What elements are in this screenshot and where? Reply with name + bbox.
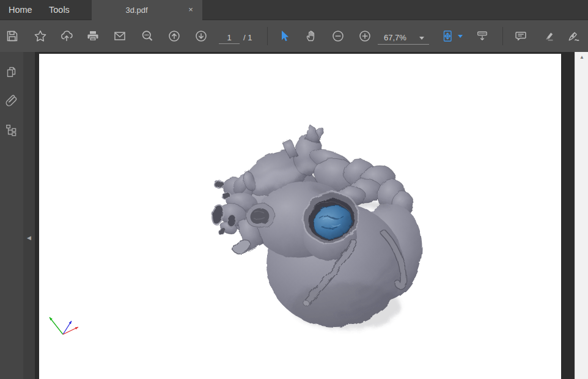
comment-icon[interactable] — [514, 29, 527, 43]
favorites-star-icon[interactable] — [34, 29, 47, 43]
z-axis-arrow — [69, 321, 72, 324]
heart-3d-model[interactable] — [205, 123, 423, 334]
fit-page-icon — [441, 29, 454, 43]
model-tree-icon[interactable] — [4, 123, 19, 138]
x-axis-arrow — [75, 327, 78, 329]
page-up-icon[interactable] — [167, 29, 181, 43]
chevron-down-icon — [419, 37, 424, 40]
fit-page-dropdown[interactable] — [441, 29, 464, 43]
toolbar-separator — [502, 27, 503, 45]
scroll-up-arrow-icon[interactable]: ▲ — [575, 54, 588, 60]
attachments-icon[interactable] — [4, 93, 19, 108]
pane-splitter[interactable]: ◀ — [23, 52, 35, 379]
search-zoom-icon[interactable] — [141, 29, 154, 43]
zoom-level-value: 67,7% — [384, 32, 406, 44]
pdf-page — [39, 54, 561, 379]
page-total-label: / 1 — [243, 32, 252, 44]
document-tab[interactable]: 3d.pdf × — [92, 0, 202, 21]
main-toolbar: / 1 67,7% — [0, 20, 588, 52]
chevron-down-icon — [458, 35, 463, 38]
tab-bar: Home Tools — [0, 0, 588, 20]
print-icon[interactable] — [86, 29, 100, 43]
zoom-out-icon[interactable] — [331, 29, 345, 43]
close-tab-icon[interactable]: × — [185, 4, 196, 15]
collapse-pane-icon[interactable]: ◀ — [23, 235, 35, 241]
fill-and-sign-icon[interactable] — [567, 29, 580, 43]
axis-triad — [46, 309, 86, 344]
email-icon[interactable] — [113, 29, 127, 43]
zoom-in-icon[interactable] — [358, 29, 372, 43]
select-pointer-icon[interactable] — [277, 29, 291, 43]
page-thumbnails-icon[interactable] — [4, 65, 19, 79]
hand-pan-icon[interactable] — [304, 29, 318, 43]
page-down-icon[interactable] — [194, 29, 208, 43]
document-canvas — [35, 52, 575, 379]
save-icon[interactable] — [6, 29, 19, 43]
navigation-pane-strip — [0, 52, 23, 379]
vertical-scrollbar[interactable]: ▲ — [575, 52, 588, 379]
heart-mesh — [210, 125, 423, 329]
page-number-input[interactable] — [219, 32, 240, 44]
scrolling-mode-icon[interactable] — [476, 29, 489, 43]
tab-home[interactable]: Home — [9, 0, 32, 20]
share-cloud-upload-icon[interactable] — [60, 29, 73, 43]
toolbar-separator — [267, 27, 268, 45]
document-tab-label: 3d.pdf — [92, 0, 182, 20]
tab-tools[interactable]: Tools — [49, 0, 70, 20]
zoom-level-dropdown[interactable]: 67,7% — [378, 32, 429, 45]
highlight-icon[interactable] — [542, 29, 555, 43]
